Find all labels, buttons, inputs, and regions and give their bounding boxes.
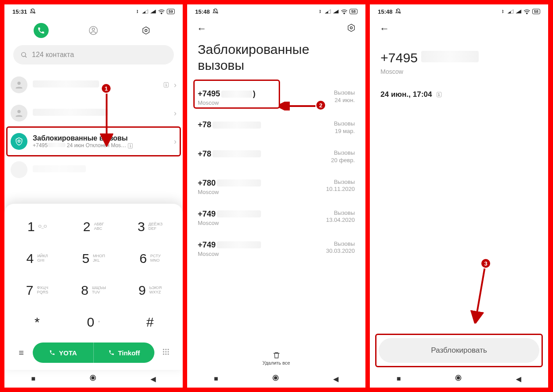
blocked-number-row[interactable]: +78 Вызовы19 мар. (198, 113, 355, 142)
nav-recent-icon[interactable]: ■ (214, 375, 219, 383)
nav-home-icon[interactable] (454, 374, 462, 384)
status-bar: 15:48 58 (187, 4, 365, 17)
svg-point-19 (92, 377, 94, 379)
nav-home-icon[interactable] (272, 374, 280, 384)
annotation-arrow (279, 102, 317, 110)
call-log-row[interactable]: 1 › (11, 71, 177, 99)
call-button-sim1[interactable]: YOTA (33, 343, 93, 363)
nav-recent-icon[interactable]: ■ (397, 375, 401, 383)
blocked-calls-row[interactable]: Заблокированные вызовы +7495 24 июн Откл… (11, 127, 177, 156)
svg-point-6 (17, 110, 20, 113)
svg-point-9 (163, 349, 164, 350)
svg-point-0 (161, 14, 161, 14)
dial-key-3[interactable]: 3ДЕЁЖЗDEF (122, 211, 178, 243)
back-button[interactable]: ← (380, 23, 389, 34)
call-log-row[interactable] (11, 156, 177, 184)
nav-back-icon[interactable]: ◀ (150, 375, 156, 383)
dial-key-4[interactable]: 4ИЙКЛGHI (9, 243, 65, 274)
nav-back-icon[interactable]: ◀ (516, 375, 521, 383)
tab-recent-calls[interactable] (34, 23, 49, 38)
svg-point-12 (163, 351, 164, 353)
search-input[interactable]: 124 контакта (13, 45, 174, 65)
dial-key-5[interactable]: 5МНОПJKL (65, 243, 122, 274)
status-bar: 15:31 59 (4, 4, 183, 17)
annotation-arrow (100, 91, 113, 147)
call-button-sim2[interactable]: Tinkoff (93, 343, 154, 363)
dial-key-9[interactable]: 9ЬЭЮЯWXYZ (122, 274, 178, 306)
avatar-icon (11, 105, 27, 122)
nav-home-icon[interactable] (89, 374, 97, 384)
search-icon (20, 51, 27, 58)
dial-key-star[interactable]: * (9, 306, 65, 338)
call-log-entry[interactable]: 24 июн., 17:041 (370, 75, 548, 114)
phone-icon (108, 350, 115, 356)
number-display: +7495 (380, 50, 418, 65)
android-navbar: ■ ◀ (4, 370, 183, 388)
chevron-right-icon: › (174, 137, 177, 146)
status-icons: 58 (501, 9, 540, 14)
battery-icon: 58 (349, 9, 357, 14)
svg-point-25 (526, 14, 527, 14)
trash-icon (273, 351, 280, 359)
tab-contacts[interactable] (86, 23, 101, 38)
blocked-number-row[interactable]: +7495) Moscow Вызовы24 июн. (198, 82, 355, 113)
dial-key-0[interactable]: 0+ (65, 306, 122, 338)
svg-point-21 (350, 27, 353, 29)
screen-dialer: 15:31 59 124 контакта (4, 4, 183, 388)
number-city: Moscow (370, 68, 548, 75)
dialpad: 1О_О 2АБВГABC 3ДЕЁЖЗDEF 4ИЙКЛGHI 5МНОПJK… (4, 204, 183, 370)
avatar-icon (11, 161, 27, 178)
nav-back-icon[interactable]: ◀ (333, 375, 338, 383)
search-placeholder: 124 контакта (32, 51, 74, 59)
svg-point-15 (163, 354, 164, 355)
tab-settings-icon[interactable] (138, 23, 154, 38)
dial-key-2[interactable]: 2АБВГABC (65, 211, 122, 243)
back-button[interactable]: ← (197, 23, 207, 34)
blocked-number-row[interactable]: +780Moscow Вызовы10.11.2020 (198, 171, 355, 202)
annotation-badge-3: 3 (480, 258, 491, 269)
call-log-row[interactable]: › (11, 99, 177, 127)
top-tabs (4, 17, 183, 42)
screen-number-detail: 15:48 58 ← +7495 Moscow 24 июн., 17:041 … (370, 4, 548, 388)
svg-point-24 (274, 377, 277, 379)
blocked-number-row[interactable]: +749Moscow Вызовы13.04.2020 (198, 202, 355, 233)
shield-icon (11, 133, 27, 150)
blocked-number-row[interactable]: +78 Вызовы20 февр. (198, 142, 355, 171)
number-blur (421, 51, 479, 62)
svg-point-16 (165, 354, 167, 355)
svg-point-11 (168, 349, 169, 350)
menu-icon[interactable]: ≡ (15, 348, 27, 358)
dial-key-hash[interactable]: # (122, 306, 178, 338)
status-bar: 15:48 58 (370, 4, 548, 17)
annotation-arrow (468, 267, 490, 323)
annotation-badge-1: 1 (101, 83, 111, 94)
svg-point-28 (457, 377, 460, 379)
dnd-icon (212, 8, 219, 15)
status-time: 15:48 (378, 8, 392, 15)
svg-point-14 (168, 351, 169, 353)
dial-key-6[interactable]: 6РСТУMNO (122, 243, 178, 274)
battery-icon: 58 (532, 9, 540, 14)
dialpad-toggle-icon[interactable] (160, 348, 172, 358)
svg-line-26 (476, 267, 485, 318)
screen-blocked-list: 15:48 58 ← Заблокированные вызовы +7495)… (187, 4, 365, 388)
unblock-button[interactable]: Разблокировать (379, 338, 539, 363)
status-time: 15:31 (12, 8, 27, 15)
status-time: 15:48 (195, 8, 210, 15)
dial-key-8[interactable]: 8ШЩЪЫTUV (65, 274, 122, 306)
annotation-badge-2: 2 (315, 100, 326, 110)
nav-recent-icon[interactable]: ■ (31, 375, 36, 383)
android-navbar: ■ ◀ (187, 370, 365, 388)
dial-key-7[interactable]: 7ФХЦЧPQRS (9, 274, 65, 306)
battery-icon: 59 (167, 9, 175, 14)
dial-key-1[interactable]: 1О_О (9, 211, 65, 243)
settings-icon[interactable] (347, 23, 356, 34)
blocked-number-row[interactable]: +749Moscow Вызовы30.03.2020 (198, 233, 355, 264)
delete-all-button[interactable]: Удалить все (187, 351, 365, 365)
svg-point-10 (165, 349, 167, 350)
svg-point-4 (22, 53, 26, 57)
svg-point-7 (18, 140, 20, 142)
chevron-right-icon: › (174, 80, 177, 90)
chevron-right-icon: › (174, 109, 177, 118)
svg-point-17 (168, 354, 169, 355)
